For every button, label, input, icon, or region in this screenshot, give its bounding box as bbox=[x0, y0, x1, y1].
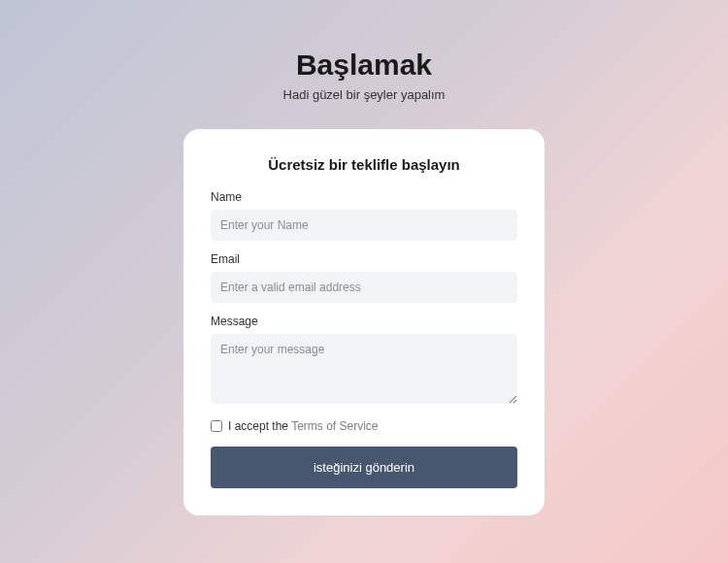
terms-prefix: I accept the bbox=[228, 419, 291, 433]
terms-checkbox[interactable] bbox=[211, 420, 222, 432]
name-label: Name bbox=[211, 190, 517, 204]
email-label: Email bbox=[211, 252, 517, 266]
terms-label: I accept the Terms of Service bbox=[228, 419, 379, 433]
page-title: Başlamak bbox=[296, 49, 432, 82]
message-label: Message bbox=[211, 315, 517, 328]
name-input[interactable] bbox=[211, 210, 517, 241]
page-subtitle: Hadi güzel bir şeyler yapalım bbox=[283, 87, 446, 102]
form-card: Ücretsiz bir teklifle başlayın Name Emai… bbox=[183, 129, 545, 515]
message-textarea[interactable] bbox=[211, 334, 517, 404]
terms-link[interactable]: Terms of Service bbox=[291, 419, 378, 433]
submit-button[interactable]: isteğinizi gönderin bbox=[211, 447, 517, 488]
form-title: Ücretsiz bir teklifle başlayın bbox=[211, 156, 517, 173]
email-input[interactable] bbox=[211, 272, 517, 303]
terms-checkbox-row: I accept the Terms of Service bbox=[211, 419, 517, 433]
